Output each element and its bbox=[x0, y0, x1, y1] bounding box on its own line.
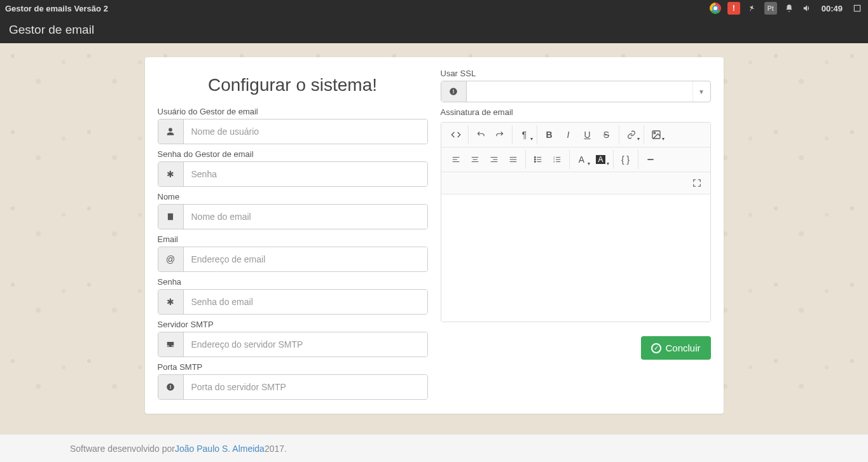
svg-text:3: 3 bbox=[553, 161, 555, 163]
chevron-down-icon: ▼ bbox=[692, 81, 710, 102]
ssl-select-group: ! ▼ bbox=[441, 81, 711, 102]
editor-content-area[interactable] bbox=[441, 194, 710, 322]
name-input[interactable] bbox=[184, 205, 427, 229]
info-icon: ! bbox=[158, 375, 184, 399]
window-controls-icon[interactable] bbox=[851, 3, 863, 14]
svg-text:!: ! bbox=[170, 384, 172, 390]
form-right-column: Usar SSL ! ▼ Assinatura de email bbox=[441, 69, 711, 400]
email-password-input-group: ✱ bbox=[158, 289, 428, 315]
email-password-input[interactable] bbox=[184, 290, 427, 314]
strikethrough-icon[interactable]: S bbox=[597, 125, 616, 144]
align-justify-icon[interactable] bbox=[504, 150, 523, 169]
ssl-select[interactable] bbox=[467, 81, 692, 102]
app-header: Gestor de email bbox=[0, 17, 868, 43]
code-view-icon[interactable] bbox=[446, 125, 465, 144]
smtp-server-label: Servidor SMTP bbox=[158, 320, 428, 329]
svg-point-9 bbox=[534, 159, 535, 160]
ordered-list-icon[interactable]: 123 bbox=[548, 150, 567, 169]
footer-prefix: Software desenvolvido por bbox=[70, 444, 175, 454]
editor-toolbar-row2: 123 A▾ A▾ { } bbox=[441, 147, 710, 172]
form-left-column: Configurar o sistema! Usuário do Gestor … bbox=[158, 69, 428, 400]
bold-icon[interactable]: B bbox=[540, 125, 559, 144]
svg-point-7 bbox=[654, 132, 656, 134]
background-color-icon[interactable]: A▾ bbox=[591, 150, 610, 169]
editor-toolbar-row1: ¶▾ B I U S ▾ ▾ bbox=[441, 123, 710, 147]
language-indicator[interactable]: Pt bbox=[764, 2, 777, 15]
unordered-list-icon[interactable] bbox=[528, 150, 548, 169]
notification-icon[interactable] bbox=[783, 3, 795, 14]
align-center-icon[interactable] bbox=[465, 150, 485, 169]
font-color-icon[interactable]: A▾ bbox=[572, 150, 591, 169]
email-password-label: Senha bbox=[158, 277, 428, 287]
footer-author-link[interactable]: João Paulo S. Almeida bbox=[175, 444, 265, 454]
username-input-group bbox=[158, 119, 428, 144]
config-panel: Configurar o sistema! Usuário do Gestor … bbox=[145, 57, 724, 414]
svg-rect-1 bbox=[168, 214, 173, 221]
footer-suffix: 2017. bbox=[265, 444, 287, 454]
system-tray: ! Pt 00:49 bbox=[710, 2, 863, 15]
info-icon: ! bbox=[441, 81, 467, 102]
username-label: Usuário do Gestor de email bbox=[158, 107, 428, 116]
fullscreen-icon[interactable] bbox=[687, 173, 706, 193]
smtp-server-input[interactable] bbox=[184, 332, 427, 357]
smtp-port-input[interactable] bbox=[184, 375, 427, 399]
signature-label: Assinatura de email bbox=[441, 107, 711, 117]
underline-icon[interactable]: U bbox=[578, 125, 597, 144]
window-title: Gestor de emails Versão 2 bbox=[5, 4, 710, 13]
at-icon: @ bbox=[158, 247, 184, 271]
system-bar: Gestor de emails Versão 2 ! Pt 00:49 bbox=[0, 0, 868, 17]
smtp-port-label: Porta SMTP bbox=[158, 362, 428, 372]
smtp-port-input-group: ! bbox=[158, 374, 428, 400]
password-input[interactable] bbox=[184, 162, 427, 186]
submit-button-label: Concluir bbox=[665, 343, 700, 353]
book-icon bbox=[158, 205, 184, 229]
ssl-label: Usar SSL bbox=[441, 69, 711, 78]
submit-button[interactable]: ✓ Concluir bbox=[641, 336, 710, 360]
email-input-group: @ bbox=[158, 247, 428, 272]
app-title: Gestor de email bbox=[9, 23, 94, 37]
svg-text:!: ! bbox=[453, 89, 455, 95]
password-input-group: ✱ bbox=[158, 161, 428, 187]
volume-icon[interactable] bbox=[801, 3, 813, 14]
italic-icon[interactable]: I bbox=[559, 125, 578, 144]
paragraph-format-icon[interactable]: ¶▾ bbox=[515, 125, 534, 144]
check-circle-icon: ✓ bbox=[651, 343, 661, 353]
undo-icon[interactable] bbox=[471, 125, 490, 144]
image-icon[interactable]: ▾ bbox=[647, 125, 666, 144]
code-block-icon[interactable]: { } bbox=[616, 150, 635, 169]
editor-toolbar-row3 bbox=[441, 172, 710, 194]
warning-icon[interactable]: ! bbox=[727, 2, 740, 15]
smtp-server-input-group bbox=[158, 332, 428, 357]
footer: Software desenvolvido por João Paulo S. … bbox=[0, 434, 868, 462]
svg-point-10 bbox=[534, 161, 535, 163]
user-icon bbox=[158, 119, 184, 144]
username-input[interactable] bbox=[184, 119, 427, 144]
svg-point-8 bbox=[534, 157, 535, 158]
chrome-icon[interactable] bbox=[710, 3, 721, 14]
name-input-group bbox=[158, 204, 428, 229]
inbox-icon bbox=[158, 332, 184, 357]
submit-row: ✓ Concluir bbox=[441, 336, 711, 360]
asterisk-icon: ✱ bbox=[158, 162, 184, 186]
link-icon[interactable]: ▾ bbox=[622, 125, 641, 144]
svg-rect-0 bbox=[854, 5, 860, 11]
asterisk-icon: ✱ bbox=[158, 290, 184, 314]
align-right-icon[interactable] bbox=[485, 150, 504, 169]
email-input[interactable] bbox=[184, 247, 427, 271]
clock[interactable]: 00:49 bbox=[822, 4, 843, 13]
name-label: Nome bbox=[158, 192, 428, 201]
redo-icon[interactable] bbox=[490, 125, 509, 144]
password-label: Senha do Gestor de email bbox=[158, 149, 428, 159]
signature-editor: ¶▾ B I U S ▾ ▾ bbox=[441, 122, 711, 322]
panel-title: Configurar o sistema! bbox=[158, 75, 428, 95]
pin-icon[interactable] bbox=[747, 3, 758, 14]
align-left-icon[interactable] bbox=[446, 150, 465, 169]
email-label: Email bbox=[158, 234, 428, 244]
horizontal-rule-icon[interactable] bbox=[641, 150, 660, 169]
